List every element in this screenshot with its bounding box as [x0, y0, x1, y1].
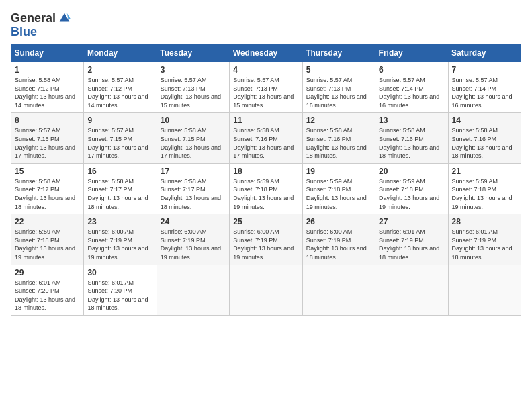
- calendar-cell: 27 Sunrise: 6:01 AM Sunset: 7:19 PM Dayl…: [375, 214, 448, 265]
- day-number: 4: [233, 65, 298, 75]
- day-number: 30: [87, 268, 152, 277]
- calendar-table: SundayMondayTuesdayWednesdayThursdayFrid…: [11, 44, 521, 316]
- calendar-cell: 3 Sunrise: 5:57 AM Sunset: 7:13 PM Dayli…: [157, 62, 229, 113]
- calendar-cell: [157, 265, 229, 315]
- day-info: Sunrise: 6:01 AM Sunset: 7:20 PM Dayligh…: [15, 279, 80, 312]
- day-number: 20: [379, 167, 444, 176]
- calendar-cell: 8 Sunrise: 5:57 AM Sunset: 7:15 PM Dayli…: [11, 113, 84, 163]
- day-info: Sunrise: 5:59 AM Sunset: 7:18 PM Dayligh…: [15, 228, 80, 261]
- weekday-header-sunday: Sunday: [11, 44, 84, 62]
- day-number: 12: [306, 116, 371, 125]
- day-info: Sunrise: 6:00 AM Sunset: 7:19 PM Dayligh…: [233, 228, 298, 261]
- day-info: Sunrise: 5:58 AM Sunset: 7:17 PM Dayligh…: [161, 177, 226, 211]
- calendar-cell: 18 Sunrise: 5:59 AM Sunset: 7:18 PM Dayl…: [230, 163, 302, 214]
- day-info: Sunrise: 5:57 AM Sunset: 7:14 PM Dayligh…: [379, 76, 444, 109]
- calendar-cell: 6 Sunrise: 5:57 AM Sunset: 7:14 PM Dayli…: [375, 62, 448, 113]
- weekday-header-thursday: Thursday: [302, 44, 375, 62]
- day-info: Sunrise: 6:01 AM Sunset: 7:19 PM Dayligh…: [452, 228, 517, 261]
- weekday-header-monday: Monday: [84, 44, 157, 62]
- day-info: Sunrise: 5:57 AM Sunset: 7:13 PM Dayligh…: [161, 76, 226, 109]
- day-number: 25: [233, 217, 298, 226]
- day-info: Sunrise: 5:58 AM Sunset: 7:12 PM Dayligh…: [15, 76, 80, 109]
- day-info: Sunrise: 5:59 AM Sunset: 7:18 PM Dayligh…: [233, 177, 298, 211]
- day-number: 8: [15, 116, 80, 125]
- calendar-cell: 30 Sunrise: 6:01 AM Sunset: 7:20 PM Dayl…: [84, 265, 157, 315]
- day-number: 18: [233, 167, 298, 176]
- day-number: 23: [87, 217, 152, 226]
- day-info: Sunrise: 5:58 AM Sunset: 7:16 PM Dayligh…: [306, 126, 371, 160]
- day-number: 26: [306, 217, 371, 226]
- day-number: 21: [452, 167, 517, 176]
- day-number: 24: [161, 217, 226, 226]
- calendar-cell: 10 Sunrise: 5:58 AM Sunset: 7:15 PM Dayl…: [157, 113, 229, 163]
- calendar-cell: 1 Sunrise: 5:58 AM Sunset: 7:12 PM Dayli…: [11, 62, 84, 113]
- day-number: 10: [161, 116, 226, 125]
- day-info: Sunrise: 5:58 AM Sunset: 7:16 PM Dayligh…: [452, 126, 517, 160]
- day-number: 29: [15, 268, 80, 277]
- weekday-header-wednesday: Wednesday: [230, 44, 302, 62]
- calendar-cell: 21 Sunrise: 5:59 AM Sunset: 7:18 PM Dayl…: [448, 163, 521, 214]
- day-number: 7: [452, 65, 517, 75]
- calendar-cell: 28 Sunrise: 6:01 AM Sunset: 7:19 PM Dayl…: [448, 214, 521, 265]
- day-info: Sunrise: 5:59 AM Sunset: 7:18 PM Dayligh…: [306, 177, 371, 211]
- calendar-cell: 12 Sunrise: 5:58 AM Sunset: 7:16 PM Dayl…: [302, 113, 375, 163]
- day-number: 2: [87, 65, 152, 75]
- calendar-cell: 11 Sunrise: 5:58 AM Sunset: 7:16 PM Dayl…: [230, 113, 302, 163]
- calendar-cell: 17 Sunrise: 5:58 AM Sunset: 7:17 PM Dayl…: [157, 163, 229, 214]
- day-info: Sunrise: 5:58 AM Sunset: 7:16 PM Dayligh…: [233, 126, 298, 160]
- logo-blue: Blue: [11, 26, 37, 38]
- weekday-header-tuesday: Tuesday: [157, 44, 229, 62]
- day-info: Sunrise: 5:58 AM Sunset: 7:17 PM Dayligh…: [87, 177, 152, 211]
- day-number: 1: [15, 65, 80, 75]
- calendar-cell: [230, 265, 302, 315]
- logo: General Blue: [11, 11, 72, 38]
- day-info: Sunrise: 5:57 AM Sunset: 7:14 PM Dayligh…: [452, 76, 517, 109]
- calendar-cell: 4 Sunrise: 5:57 AM Sunset: 7:13 PM Dayli…: [230, 62, 302, 113]
- day-number: 11: [233, 116, 298, 125]
- calendar-cell: 14 Sunrise: 5:58 AM Sunset: 7:16 PM Dayl…: [448, 113, 521, 163]
- logo-general: General: [11, 12, 56, 24]
- day-info: Sunrise: 5:58 AM Sunset: 7:17 PM Dayligh…: [15, 177, 80, 211]
- calendar-cell: 9 Sunrise: 5:57 AM Sunset: 7:15 PM Dayli…: [84, 113, 157, 163]
- weekday-header-friday: Friday: [375, 44, 448, 62]
- calendar-cell: 22 Sunrise: 5:59 AM Sunset: 7:18 PM Dayl…: [11, 214, 84, 265]
- day-info: Sunrise: 5:57 AM Sunset: 7:13 PM Dayligh…: [233, 76, 298, 109]
- calendar-cell: 29 Sunrise: 6:01 AM Sunset: 7:20 PM Dayl…: [11, 265, 84, 315]
- day-number: 6: [379, 65, 444, 75]
- day-number: 9: [87, 116, 152, 125]
- logo-icon: [57, 11, 72, 26]
- day-info: Sunrise: 5:57 AM Sunset: 7:13 PM Dayligh…: [306, 76, 371, 109]
- calendar-cell: [302, 265, 375, 315]
- day-info: Sunrise: 6:01 AM Sunset: 7:20 PM Dayligh…: [87, 279, 152, 312]
- day-info: Sunrise: 5:58 AM Sunset: 7:16 PM Dayligh…: [379, 126, 444, 160]
- day-number: 14: [452, 116, 517, 125]
- day-info: Sunrise: 6:00 AM Sunset: 7:19 PM Dayligh…: [87, 228, 152, 261]
- calendar-cell: 15 Sunrise: 5:58 AM Sunset: 7:17 PM Dayl…: [11, 163, 84, 214]
- day-number: 27: [379, 217, 444, 226]
- day-info: Sunrise: 5:58 AM Sunset: 7:15 PM Dayligh…: [161, 126, 226, 160]
- calendar-cell: 24 Sunrise: 6:00 AM Sunset: 7:19 PM Dayl…: [157, 214, 229, 265]
- calendar-cell: [448, 265, 521, 315]
- day-info: Sunrise: 6:01 AM Sunset: 7:19 PM Dayligh…: [379, 228, 444, 261]
- day-number: 3: [161, 65, 226, 75]
- day-info: Sunrise: 6:00 AM Sunset: 7:19 PM Dayligh…: [306, 228, 371, 261]
- day-info: Sunrise: 5:57 AM Sunset: 7:12 PM Dayligh…: [87, 76, 152, 109]
- day-number: 5: [306, 65, 371, 75]
- calendar-cell: 7 Sunrise: 5:57 AM Sunset: 7:14 PM Dayli…: [448, 62, 521, 113]
- day-number: 19: [306, 167, 371, 176]
- weekday-header-saturday: Saturday: [448, 44, 521, 62]
- calendar-cell: 26 Sunrise: 6:00 AM Sunset: 7:19 PM Dayl…: [302, 214, 375, 265]
- day-info: Sunrise: 5:57 AM Sunset: 7:15 PM Dayligh…: [87, 126, 152, 160]
- calendar-cell: 20 Sunrise: 5:59 AM Sunset: 7:18 PM Dayl…: [375, 163, 448, 214]
- page-header: General Blue: [11, 11, 521, 38]
- day-info: Sunrise: 6:00 AM Sunset: 7:19 PM Dayligh…: [161, 228, 226, 261]
- day-number: 28: [452, 217, 517, 226]
- day-info: Sunrise: 5:59 AM Sunset: 7:18 PM Dayligh…: [452, 177, 517, 211]
- calendar-cell: [375, 265, 448, 315]
- calendar-cell: 5 Sunrise: 5:57 AM Sunset: 7:13 PM Dayli…: [302, 62, 375, 113]
- day-number: 22: [15, 217, 80, 226]
- calendar-cell: 23 Sunrise: 6:00 AM Sunset: 7:19 PM Dayl…: [84, 214, 157, 265]
- day-info: Sunrise: 5:57 AM Sunset: 7:15 PM Dayligh…: [15, 126, 80, 160]
- calendar-cell: 13 Sunrise: 5:58 AM Sunset: 7:16 PM Dayl…: [375, 113, 448, 163]
- day-number: 13: [379, 116, 444, 125]
